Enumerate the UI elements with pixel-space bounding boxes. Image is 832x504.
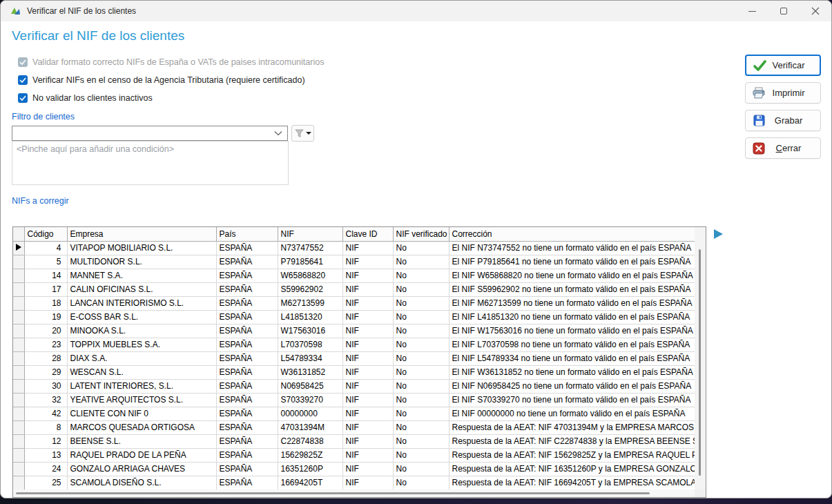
table-cell[interactable]: P79185641 <box>278 255 342 269</box>
client-filter-input[interactable] <box>12 127 274 139</box>
table-cell[interactable]: L54789334 <box>278 351 342 365</box>
table-cell[interactable]: No <box>393 269 449 282</box>
table-cell[interactable]: El NIF N73747552 no tiene un formato vál… <box>449 241 695 255</box>
close-window-button[interactable] <box>800 1 831 21</box>
column-header[interactable]: Corrección <box>449 227 695 241</box>
table-cell[interactable]: C22874838 <box>278 434 342 448</box>
table-cell[interactable]: No <box>393 255 449 269</box>
table-cell[interactable]: 47031394M <box>278 420 342 434</box>
row-selector[interactable] <box>13 269 24 282</box>
table-cell[interactable]: No <box>393 420 449 434</box>
table-row[interactable]: 14MANNET S.A.ESPAÑAW65868820NIFNoEl NIF … <box>13 269 695 282</box>
table-row[interactable]: 5MULTIDONOR S.L.ESPAÑAP79185641NIFNoEl N… <box>13 255 695 269</box>
table-cell[interactable]: NIF <box>342 338 393 351</box>
row-selector[interactable] <box>13 351 24 365</box>
row-selector[interactable] <box>13 379 24 393</box>
table-cell[interactable]: 16694205T <box>278 476 342 490</box>
filter-condition-box[interactable]: <Pinche aquí para añadir una condición> <box>12 141 289 185</box>
table-cell[interactable]: CLIENTE CON NIF 0 <box>67 407 216 420</box>
table-cell[interactable]: No <box>393 310 449 324</box>
table-cell[interactable]: ESPAÑA <box>216 462 278 476</box>
table-cell[interactable]: No <box>393 407 449 420</box>
table-cell[interactable]: No <box>393 448 449 462</box>
table-row[interactable]: 18LANCAN INTERIORISMO S.L.ESPAÑAM6271359… <box>13 296 695 310</box>
table-cell[interactable]: W65868820 <box>278 269 342 282</box>
horizontal-scrollbar[interactable] <box>13 490 695 497</box>
vertical-scrollbar[interactable] <box>695 227 706 490</box>
table-cell[interactable]: No <box>393 324 449 338</box>
table-cell[interactable]: 00000000 <box>278 407 342 420</box>
row-selector[interactable] <box>13 282 24 296</box>
table-cell[interactable]: L41851320 <box>278 310 342 324</box>
table-row[interactable]: 8MARCOS QUESADA ORTIGOSAESPAÑA47031394MN… <box>13 420 695 434</box>
table-cell[interactable]: NIF <box>342 393 393 407</box>
table-cell[interactable]: 18 <box>24 296 67 310</box>
next-record-arrow-icon[interactable] <box>714 229 723 239</box>
table-cell[interactable]: MINOOKA S.L. <box>67 324 216 338</box>
filter-menu-button[interactable] <box>291 125 314 142</box>
table-cell[interactable]: NIF <box>342 269 393 282</box>
grabar-button[interactable]: Grabar <box>745 110 821 131</box>
table-cell[interactable]: NIF <box>342 255 393 269</box>
table-cell[interactable]: No <box>393 282 449 296</box>
table-cell[interactable]: 5 <box>24 255 67 269</box>
row-selector[interactable] <box>13 420 24 434</box>
row-selector[interactable] <box>13 338 24 351</box>
table-cell[interactable]: ESPAÑA <box>216 324 278 338</box>
table-cell[interactable]: 13 <box>24 448 67 462</box>
table-cell[interactable]: El NIF N06958425 no tiene un formato vál… <box>449 379 695 393</box>
table-cell[interactable]: No <box>393 379 449 393</box>
table-cell[interactable]: NIF <box>342 310 393 324</box>
table-cell[interactable]: W36131852 <box>278 365 342 379</box>
table-cell[interactable]: GONZALO ARRIAGA CHAVES <box>67 462 216 476</box>
table-cell[interactable]: 30 <box>24 379 67 393</box>
table-cell[interactable]: ESPAÑA <box>216 269 278 282</box>
table-cell[interactable]: 23 <box>24 338 67 351</box>
table-cell[interactable]: NIF <box>342 448 393 462</box>
row-selector[interactable] <box>13 365 24 379</box>
table-cell[interactable]: NIF <box>342 434 393 448</box>
table-cell[interactable]: L70370598 <box>278 338 342 351</box>
table-cell[interactable]: YEATIVE ARQUITECTOS S.L. <box>67 393 216 407</box>
table-cell[interactable]: 4 <box>24 241 67 255</box>
table-cell[interactable]: ESPAÑA <box>216 407 278 420</box>
table-cell[interactable]: ESPAÑA <box>216 476 278 490</box>
row-selector[interactable] <box>13 393 24 407</box>
table-cell[interactable]: 16351260P <box>278 462 342 476</box>
table-cell[interactable]: El NIF 00000000 no tiene un formato váli… <box>449 407 695 420</box>
table-cell[interactable]: NIF <box>342 462 393 476</box>
table-row[interactable]: 13RAQUEL PRADO DE LA PEÑAESPAÑA15629825Z… <box>13 448 695 462</box>
table-cell[interactable]: NIF <box>342 407 393 420</box>
table-row[interactable]: 42CLIENTE CON NIF 0ESPAÑA00000000NIFNoEl… <box>13 407 695 420</box>
table-cell[interactable]: 42 <box>24 407 67 420</box>
imprimir-button[interactable]: Imprimir <box>745 82 821 104</box>
table-cell[interactable]: No <box>393 365 449 379</box>
table-cell[interactable]: LANCAN INTERIORISMO S.L. <box>67 296 216 310</box>
column-header[interactable]: NIF <box>278 227 342 241</box>
table-row[interactable]: 28DIAX S.A.ESPAÑAL54789334NIFNoEl NIF L5… <box>13 351 695 365</box>
table-cell[interactable]: 15629825Z <box>278 448 342 462</box>
table-row[interactable]: 24GONZALO ARRIAGA CHAVESESPAÑA16351260PN… <box>13 462 695 476</box>
table-cell[interactable]: MANNET S.A. <box>67 269 216 282</box>
row-selector[interactable] <box>13 448 24 462</box>
table-cell[interactable]: El NIF L41851320 no tiene un formato vál… <box>449 310 695 324</box>
column-header[interactable]: Código <box>24 227 67 241</box>
row-selector[interactable] <box>13 310 24 324</box>
table-cell[interactable]: W17563016 <box>278 324 342 338</box>
table-cell[interactable]: 12 <box>24 434 67 448</box>
table-cell[interactable]: No <box>393 476 449 490</box>
table-cell[interactable]: NIF <box>342 241 393 255</box>
table-cell[interactable]: ESPAÑA <box>216 310 278 324</box>
table-row[interactable]: 17CALIN OFICINAS S.L.ESPAÑAS59962902NIFN… <box>13 282 695 296</box>
checkbox-skip-inactive[interactable]: No validar los clientes inactivos <box>18 92 153 104</box>
verificar-button[interactable]: Verificar <box>745 55 821 76</box>
table-row[interactable]: 29WESCAN S.L.ESPAÑAW36131852NIFNoEl NIF … <box>13 365 695 379</box>
table-row[interactable]: 4VITAPOP MOBILIARIO S.L.ESPAÑAN73747552N… <box>13 241 695 255</box>
table-cell[interactable]: El NIF S59962902 no tiene un formato vál… <box>449 282 695 296</box>
table-cell[interactable]: 19 <box>24 310 67 324</box>
column-header[interactable]: Clave ID <box>342 227 393 241</box>
row-selector[interactable] <box>13 241 24 255</box>
table-cell[interactable]: ESPAÑA <box>216 338 278 351</box>
vertical-scrollbar-thumb[interactable] <box>699 249 701 476</box>
table-cell[interactable]: El NIF M62713599 no tiene un formato vál… <box>449 296 695 310</box>
